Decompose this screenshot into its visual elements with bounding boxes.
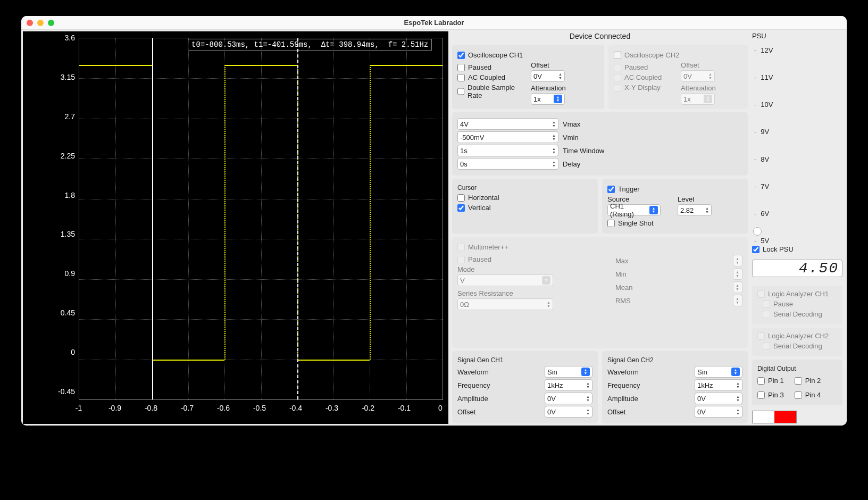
digital-output-panel: Digital Output Pin 1 Pin 2 Pin 3 Pin 4 [752,360,842,405]
delay-spinner[interactable]: 0s▲▼ [457,158,558,170]
sg1-waveform-select[interactable]: Sin▲▼ [545,366,592,378]
mm-mean-display: ▲▼ [733,281,742,293]
sg2-amp-spinner[interactable]: 0V▲▼ [695,393,742,404]
device-status: Device Connected [452,32,748,40]
scope-ch1-label: Oscilloscope CH1 [468,51,523,59]
ch1-atten-select[interactable]: 1x▲▼ [531,93,565,105]
cursor-horizontal-checkbox[interactable] [457,194,465,202]
la-ch1-panel: Logic Analyzer CH1 Pause Serial Decoding [752,286,842,324]
scope-ch1-panel: Oscilloscope CH1 Paused AC Coupled Doubl… [452,45,604,109]
psu-slider-handle[interactable] [753,227,762,236]
ch2-atten-select: 1x▲▼ [681,93,715,105]
ch1-double-checkbox[interactable] [457,88,464,95]
scope-ch2-label: Oscilloscope CH2 [624,51,679,59]
mm-paused-checkbox [457,256,465,263]
la-ch1-pause-checkbox [763,301,770,308]
mm-min-display: ▲▼ [733,268,742,280]
window-title: EspoTek Labrador [21,19,847,27]
la-ch1-serial-checkbox [763,311,770,318]
titlebar: EspoTek Labrador [21,16,847,30]
trigger-source-select[interactable]: CH1 (Rising)▲▼ [607,204,661,216]
la-ch2-checkbox [757,332,765,340]
multimeter-panel: Multimeter++ Paused Mode V▼ Series Resis… [452,237,748,348]
range-panel: 4V▲▼Vmax -500mV▲▼Vmin 1s▲▼Time Window 0s… [452,112,748,176]
trigger-level-spinner[interactable]: 2.82▲▼ [678,204,712,216]
psu-slider[interactable]: 12V11V10V9V8V7V6V5V [752,43,842,240]
scope-ch2-panel: Oscilloscope CH2 Paused AC Coupled X-Y D… [608,45,748,109]
oscilloscope-plot[interactable]: t0=-800.53ms, t1=-401.59ms, Δt= 398.94ms… [23,31,448,424]
sg1-offset-spinner[interactable]: 0V▲▼ [545,406,592,418]
sg2-freq-spinner[interactable]: 1kHz▲▼ [695,379,742,391]
sg2-offset-spinner[interactable]: 0V▲▼ [695,406,742,418]
vmin-spinner[interactable]: -500mV▲▼ [457,131,558,143]
scope-ch2-checkbox[interactable] [614,52,621,59]
sg2-waveform-select[interactable]: Sin▲▼ [695,366,742,378]
mm-rms-display: ▲▼ [733,295,742,306]
ch2-xy-checkbox [614,84,621,91]
lock-psu-checkbox[interactable] [752,246,760,253]
mm-series-spinner: 0Ω▲▼ [457,298,553,310]
pin3-checkbox[interactable] [757,391,765,399]
siggen-ch1-panel: Signal Gen CH1 WaveformSin▲▼ Frequency1k… [452,351,598,423]
ch1-ac-checkbox[interactable] [457,74,465,81]
ch1-paused-checkbox[interactable] [457,64,465,71]
sg1-amp-spinner[interactable]: 0V▲▼ [545,393,592,404]
mm-max-display: ▲▼ [733,255,742,266]
la-ch1-checkbox [757,290,765,298]
app-window: EspoTek Labrador t0=-800.53ms, t1=-401.5… [21,16,847,426]
multimeter-checkbox [457,244,465,251]
siggen-ch2-panel: Signal Gen CH2 WaveformSin▲▼ Frequency1k… [602,351,748,423]
psu-title: PSU [752,32,842,40]
trigger-singleshot-checkbox[interactable] [607,220,615,227]
pin4-checkbox[interactable] [795,391,802,399]
pin2-checkbox[interactable] [795,377,802,385]
ch2-paused-checkbox [614,64,621,71]
pin1-checkbox[interactable] [757,377,765,385]
ch1-offset-spinner[interactable]: 0V▲▼ [531,70,565,82]
trigger-checkbox[interactable] [607,186,615,193]
ch2-offset-spinner: 0V▲▼ [681,70,715,82]
mm-mode-select: V▼ [457,274,553,286]
ch2-ac-checkbox [614,74,621,81]
timewin-spinner[interactable]: 1s▲▼ [457,145,558,156]
scope-ch1-checkbox[interactable] [457,52,465,59]
la-ch2-panel: Logic Analyzer CH2 Serial Decoding [752,328,842,356]
vmax-spinner[interactable]: 4V▲▼ [457,118,558,130]
la-ch2-serial-checkbox [763,343,770,350]
trigger-panel: Trigger Source CH1 (Rising)▲▼ Single Sho… [602,179,748,234]
cursor-panel: Cursor Horizontal Vertical [452,179,598,234]
plot-canvas[interactable] [79,38,443,400]
controls: Device Connected Oscilloscope CH1 Paused… [450,30,847,426]
content: t0=-800.53ms, t1=-401.59ms, Δt= 398.94ms… [21,30,847,426]
psu-value-display: 4.50 [752,260,842,277]
cursor-vertical-checkbox[interactable] [457,204,465,212]
status-led [752,411,797,423]
sg1-freq-spinner[interactable]: 1kHz▲▼ [545,379,592,391]
